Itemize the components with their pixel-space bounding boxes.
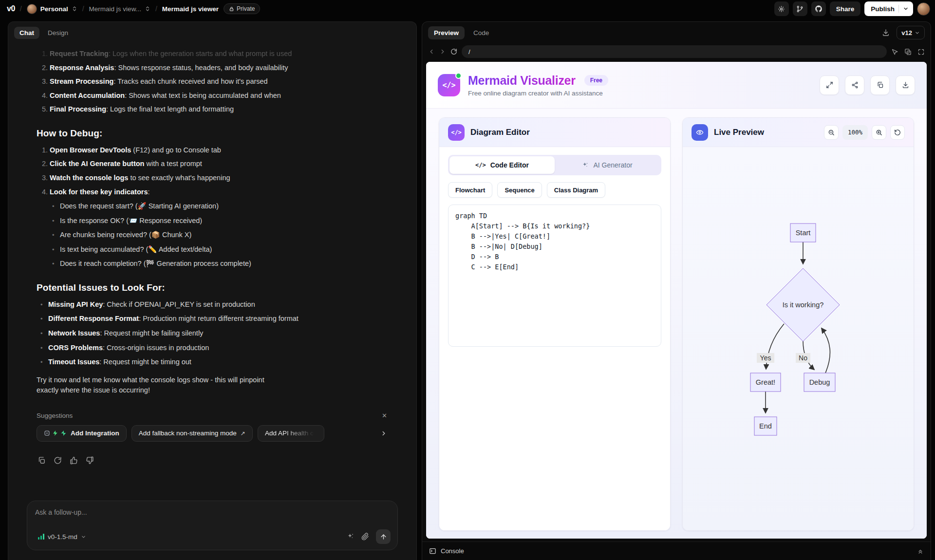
regenerate-button[interactable] xyxy=(54,456,62,465)
integration-logos xyxy=(44,430,67,436)
chevron-right-icon xyxy=(439,48,446,55)
suggestions-block: Suggestions ✕ Add Integration xyxy=(37,412,387,442)
publish-button[interactable]: Publish xyxy=(864,1,913,16)
list-item: Missing API Key: Check if OPENAI_API_KEY… xyxy=(37,300,387,310)
app-subtitle: Free online diagram creator with AI assi… xyxy=(468,90,608,97)
send-button[interactable] xyxy=(376,529,391,544)
model-selector[interactable]: v0-1.5-md xyxy=(35,531,89,542)
v0-logo[interactable]: v0 xyxy=(7,4,15,13)
mermaid-code-editor[interactable]: graph TD A[Start] --> B{Is it working?} … xyxy=(448,205,661,347)
enhance-button[interactable] xyxy=(347,533,355,541)
type-class-diagram-button[interactable]: Class Diagram xyxy=(547,182,605,198)
reset-view-button[interactable] xyxy=(890,125,905,140)
zoom-level: 100% xyxy=(842,125,868,140)
breadcrumb-project[interactable]: Mermaid js view... xyxy=(89,5,150,13)
thumbs-up-button[interactable] xyxy=(70,456,78,465)
sparkles-icon xyxy=(347,533,355,541)
chat-tab-bar: Chat Design xyxy=(8,22,416,42)
back-button[interactable] xyxy=(428,48,435,55)
thumbs-down-icon xyxy=(86,456,94,465)
download-version-button[interactable] xyxy=(882,29,890,37)
share-diagram-button[interactable] xyxy=(845,75,864,95)
fullscreen-button[interactable] xyxy=(917,48,925,56)
node-label: Start xyxy=(796,229,811,237)
live-preview-heading: Live Preview xyxy=(714,128,764,137)
close-icon[interactable]: ✕ xyxy=(382,412,387,419)
attach-button[interactable] xyxy=(361,533,369,541)
open-in-new-tab-button[interactable] xyxy=(904,48,912,56)
tab-chat[interactable]: Chat xyxy=(14,27,39,39)
expand-button[interactable] xyxy=(820,75,839,95)
diagram-canvas[interactable]: Yes No Start Is it working? Great xyxy=(683,147,914,530)
refresh-icon xyxy=(450,48,457,55)
mermaid-app-header: </> Mermaid Visualizer Free Free online … xyxy=(426,62,927,109)
fork-button[interactable] xyxy=(793,1,807,16)
refresh-button[interactable] xyxy=(450,48,457,55)
expand-console-button[interactable] xyxy=(917,548,924,555)
chevron-down-icon xyxy=(915,30,920,36)
share-button[interactable]: Share xyxy=(830,1,861,16)
tab-ai-generator[interactable]: AI Generator xyxy=(555,156,660,174)
zoom-out-button[interactable] xyxy=(824,125,839,140)
app-title: Mermaid Visualizer xyxy=(468,74,576,88)
thumbs-up-icon xyxy=(70,456,78,465)
code-icon: </> xyxy=(475,162,486,168)
code-icon: </> xyxy=(442,81,455,90)
type-sequence-button[interactable]: Sequence xyxy=(497,182,542,198)
terminal-icon xyxy=(429,547,436,555)
edge-label-no: No xyxy=(799,354,807,362)
copy-diagram-button[interactable] xyxy=(870,75,890,95)
url-input[interactable]: / xyxy=(462,45,887,58)
indicator-list: Does the request start? (🚀 Starting AI g… xyxy=(37,202,387,269)
copy-icon xyxy=(877,81,884,89)
chevron-right-icon xyxy=(380,430,387,437)
list-item: Open Browser DevTools (F12) and go to Co… xyxy=(50,146,387,155)
tab-preview[interactable]: Preview xyxy=(428,26,465,39)
suggestion-add-integration[interactable]: Add Integration xyxy=(37,425,127,442)
online-status-dot xyxy=(455,73,462,79)
console-toggle[interactable]: Console xyxy=(422,541,931,560)
list-item: Timeout Issues: Request might be timing … xyxy=(37,357,387,367)
tab-code-editor[interactable]: </> Code Editor xyxy=(449,156,555,174)
download-diagram-button[interactable] xyxy=(896,75,915,95)
copy-button[interactable] xyxy=(37,456,46,465)
type-flowchart-button[interactable]: Flowchart xyxy=(448,182,492,198)
share-nodes-icon xyxy=(851,81,859,89)
tab-design[interactable]: Design xyxy=(42,27,74,39)
suggestion-add-api-health[interactable]: Add API health ch xyxy=(258,425,324,442)
private-label: Private xyxy=(237,5,255,12)
user-avatar[interactable] xyxy=(917,2,930,16)
download-icon xyxy=(902,81,909,89)
cursor-icon xyxy=(891,48,898,56)
breadcrumb-separator: / xyxy=(82,5,84,13)
chips-next-button[interactable] xyxy=(380,430,387,437)
refresh-icon xyxy=(54,456,62,465)
message-actions xyxy=(37,456,387,465)
github-button[interactable] xyxy=(811,1,826,16)
download-icon xyxy=(882,29,890,37)
forward-button[interactable] xyxy=(439,48,446,55)
settings-button[interactable] xyxy=(774,1,789,16)
model-tier-icon xyxy=(38,534,44,540)
list-item: CORS Problems: Cross-origin issues in pr… xyxy=(37,343,387,353)
zoom-in-button[interactable] xyxy=(872,125,886,140)
followup-input[interactable] xyxy=(35,508,391,516)
chevron-down-icon xyxy=(81,534,86,540)
edge-label-yes: Yes xyxy=(760,354,771,362)
thumbs-down-button[interactable] xyxy=(86,456,94,465)
inspect-element-button[interactable] xyxy=(891,48,898,56)
team-name: Personal xyxy=(40,5,68,13)
paperclip-icon xyxy=(361,533,369,541)
suggestion-add-fallback[interactable]: Add fallback non-streaming mode ↗ xyxy=(131,425,253,442)
live-preview-card: Live Preview 100% xyxy=(682,117,914,531)
supabase-logo-icon xyxy=(60,430,67,436)
tab-code[interactable]: Code xyxy=(468,26,495,39)
version-selector[interactable]: v12 xyxy=(897,26,925,39)
zoom-out-icon xyxy=(828,129,835,136)
browser-bar: / xyxy=(422,43,931,60)
model-name: v0-1.5-md xyxy=(48,533,77,541)
breadcrumb-team[interactable]: Personal xyxy=(27,4,77,14)
list-item: Content Accumulation: Shows what text is… xyxy=(50,91,387,101)
app-window: v0 / Personal / Mermaid js view... / Mer… xyxy=(0,0,935,560)
issues-list: Missing API Key: Check if OPENAI_API_KEY… xyxy=(37,300,387,367)
